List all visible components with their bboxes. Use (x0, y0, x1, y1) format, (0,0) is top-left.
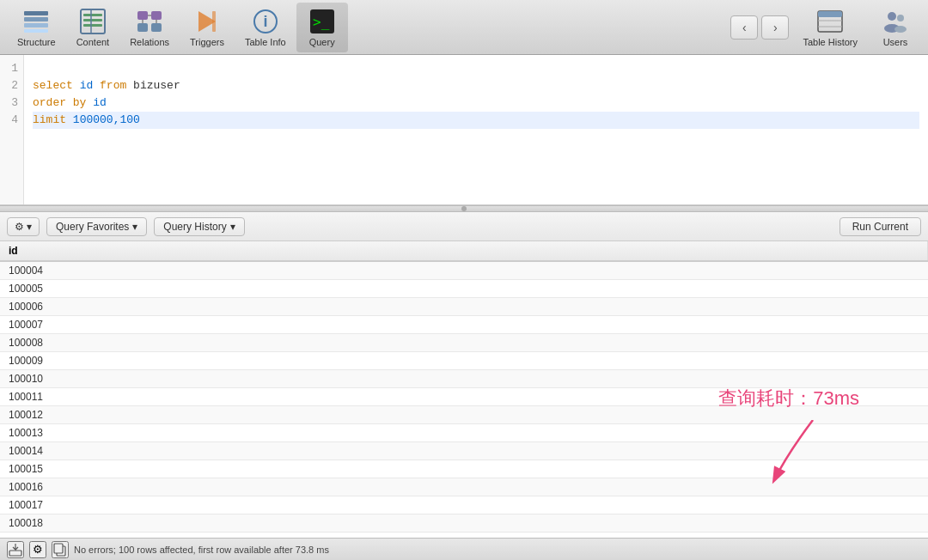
table-row: 100011 (0, 388, 928, 406)
users-icon (882, 8, 909, 35)
svg-rect-23 (818, 11, 842, 17)
triggers-label: Triggers (190, 37, 224, 47)
line-num-4: 4 (0, 112, 18, 129)
content-icon (79, 8, 107, 35)
svg-rect-9 (137, 11, 148, 20)
cell-id: 100008 (0, 334, 928, 352)
triggers-icon (193, 8, 221, 35)
svg-rect-0 (24, 11, 48, 15)
table-row: 100009 (0, 352, 928, 370)
status-copy-button[interactable] (52, 541, 69, 558)
cell-id: 100016 (0, 478, 928, 496)
status-message: No errors; 100 rows affected, first row … (74, 545, 329, 555)
table-row: 100010 (0, 370, 928, 388)
tablehistory-icon (816, 8, 844, 35)
svg-rect-17 (212, 11, 216, 32)
svg-rect-3 (24, 29, 48, 33)
code-line-2: select id from bizuser (33, 77, 919, 94)
svg-rect-6 (83, 19, 102, 21)
svg-point-26 (888, 12, 896, 21)
results-area[interactable]: id 1000041000051000061000071000081000091… (0, 241, 928, 538)
toolbar-item-content[interactable]: Content (66, 3, 120, 52)
cell-id: 100017 (0, 496, 928, 514)
column-id: id (0, 241, 928, 261)
editor-divider[interactable] (0, 205, 928, 212)
table-row: 100018 (0, 514, 928, 533)
svg-rect-5 (83, 14, 102, 16)
code-editor[interactable]: select id from bizuser order by id limit… (24, 55, 928, 204)
status-bar: ⚙ No errors; 100 rows affected, first ro… (0, 538, 928, 560)
content-label: Content (76, 37, 110, 47)
query-icon: >_ (308, 8, 336, 35)
favorites-chevron-icon: ▾ (132, 221, 137, 233)
main-content: 1 2 3 4 select id from bizuser order by … (0, 55, 928, 560)
table-row: 100005 (0, 280, 928, 298)
svg-rect-32 (54, 544, 63, 553)
svg-text:i: i (263, 13, 267, 30)
tableinfo-icon: i (252, 8, 279, 35)
table-row: 100004 (0, 261, 928, 280)
svg-rect-2 (24, 23, 48, 27)
history-chevron-icon: ▾ (230, 221, 235, 233)
query-history-button[interactable]: Query History ▾ (154, 217, 244, 236)
cell-id: 100011 (0, 388, 928, 406)
svg-text:>_: >_ (313, 14, 330, 30)
table-row: 100015 (0, 460, 928, 478)
editor-area[interactable]: 1 2 3 4 select id from bizuser order by … (0, 55, 928, 205)
query-label: Query (309, 37, 335, 47)
nav-back-button[interactable]: ‹ (730, 15, 758, 40)
table-row: 100013 (0, 424, 928, 442)
code-line-1 (33, 60, 919, 77)
svg-point-27 (897, 15, 904, 21)
toolbar-item-relations[interactable]: Relations (119, 3, 180, 52)
cell-id: 100004 (0, 261, 928, 280)
toolbar-item-tablehistory[interactable]: Table History (792, 3, 868, 52)
cell-id: 100006 (0, 298, 928, 316)
relations-label: Relations (130, 37, 169, 47)
query-history-label: Query History (163, 221, 226, 233)
cell-id: 100018 (0, 514, 928, 533)
cell-id: 100005 (0, 280, 928, 298)
toolbar-item-triggers[interactable]: Triggers (180, 3, 235, 52)
line-numbers: 1 2 3 4 (0, 55, 24, 204)
svg-rect-12 (151, 23, 162, 32)
cell-id: 100012 (0, 406, 928, 424)
status-export-button[interactable] (7, 541, 24, 558)
status-gear-button[interactable]: ⚙ (29, 541, 46, 558)
cell-id: 100013 (0, 424, 928, 442)
relations-icon (136, 8, 163, 35)
table-row: 100012 (0, 406, 928, 424)
table-row: 100014 (0, 442, 928, 460)
code-line-4: limit 100000,100 (33, 112, 919, 129)
cell-id: 100014 (0, 442, 928, 460)
tableinfo-label: Table Info (245, 37, 286, 47)
toolbar-item-structure[interactable]: Structure (7, 3, 66, 52)
results-wrapper: id 1000041000051000061000071000081000091… (0, 241, 928, 560)
code-line-3: order by id (33, 94, 919, 112)
gear-dropdown-icon: ▾ (27, 221, 32, 233)
structure-icon (22, 8, 50, 35)
query-favorites-label: Query Favorites (56, 221, 129, 233)
line-num-2: 2 (0, 77, 18, 94)
toolbar-item-tableinfo[interactable]: i Table Info (235, 3, 296, 52)
results-table: id 1000041000051000061000071000081000091… (0, 241, 928, 533)
cell-id: 100007 (0, 316, 928, 334)
svg-rect-10 (151, 11, 162, 20)
svg-rect-1 (24, 17, 48, 21)
run-current-button[interactable]: Run Current (839, 217, 921, 236)
toolbar-right: ‹ › Table History (730, 3, 921, 52)
gear-icon: ⚙ (15, 221, 24, 233)
toolbar-item-users[interactable]: Users (870, 3, 921, 52)
gear-button[interactable]: ⚙ ▾ (7, 217, 40, 236)
editor-lines: 1 2 3 4 select id from bizuser order by … (0, 55, 928, 204)
toolbar: Structure Content (0, 0, 928, 55)
svg-rect-11 (137, 23, 148, 32)
svg-rect-30 (9, 551, 21, 556)
svg-point-29 (894, 26, 907, 33)
nav-forward-button[interactable]: › (761, 15, 789, 40)
line-num-1: 1 (0, 60, 18, 77)
cell-id: 100009 (0, 352, 928, 370)
toolbar-item-query[interactable]: >_ Query (296, 3, 348, 52)
divider-handle (461, 206, 467, 211)
query-favorites-button[interactable]: Query Favorites ▾ (46, 217, 147, 236)
